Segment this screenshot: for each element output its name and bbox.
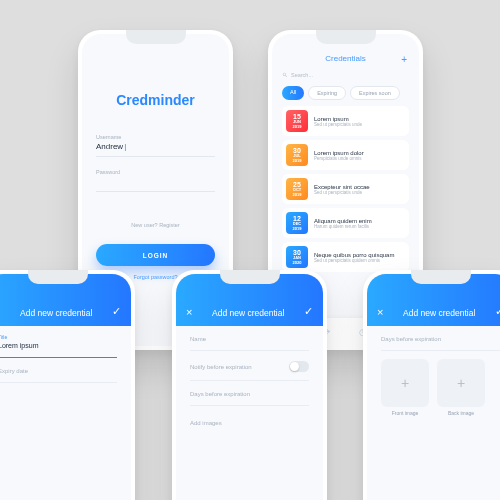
credential-list: 15JUN2019Lorem ipsumSed ut perspiciatis … (272, 106, 419, 272)
date-badge: 30JUL2019 (286, 144, 308, 166)
back-image-label: Back image (437, 410, 485, 416)
page-title: Add new credential (403, 308, 475, 318)
chip-expires-soon[interactable]: Expires soon (350, 86, 400, 100)
add-icon[interactable]: + (401, 54, 407, 65)
confirm-icon[interactable]: ✓ (495, 305, 500, 318)
close-icon[interactable]: × (186, 306, 192, 318)
chip-expiring[interactable]: Expiring (308, 86, 346, 100)
notify-toggle-row: Notify before expiration (190, 361, 309, 381)
notify-toggle[interactable] (289, 361, 309, 372)
close-icon[interactable]: × (377, 306, 383, 318)
list-item[interactable]: 30JUL2019Lorem ipsum dolorPerspiciatis u… (282, 140, 409, 170)
confirm-icon[interactable]: ✓ (112, 305, 121, 318)
username-input[interactable]: Andrew (96, 142, 215, 157)
page-title: Add new credential (212, 308, 284, 318)
login-button[interactable]: LOGIN (96, 244, 215, 266)
date-badge: 15JUN2019 (286, 110, 308, 132)
date-badge: 12DEC2019 (286, 212, 308, 234)
confirm-icon[interactable]: ✓ (304, 305, 313, 318)
search-icon (282, 72, 288, 78)
days-field[interactable]: Days before expiration (381, 336, 500, 351)
date-badge: 25OCT2019 (286, 178, 308, 200)
list-item[interactable]: 25OCT2019Excepteur sint occaeSed ut pers… (282, 174, 409, 204)
back-image-slot[interactable]: + (437, 359, 485, 407)
front-image-label: Front image (381, 410, 429, 416)
phone-add-credential-3: × Add new credential ✓ Days before expir… (363, 270, 500, 500)
date-badge: 30JAN2020 (286, 246, 308, 268)
filter-chips: All Expiring Expires soon (282, 86, 409, 100)
list-item[interactable]: 12DEC2019Aliquam quidem enimHarum quidem… (282, 208, 409, 238)
phone-add-credential-1: × Add new credential ✓ Title Lorem ipsum… (0, 270, 135, 500)
expiry-date-field[interactable]: Expiry date (0, 368, 117, 383)
register-link[interactable]: New user? Register (96, 222, 215, 228)
add-images-link[interactable]: Add images (190, 420, 309, 426)
list-item[interactable]: 30JAN2020Neque quibus porro quisquamSed … (282, 242, 409, 272)
password-label: Password (96, 169, 215, 175)
username-label: Username (96, 134, 215, 140)
chip-all[interactable]: All (282, 86, 304, 100)
front-image-slot[interactable]: + (381, 359, 429, 407)
list-item[interactable]: 15JUN2019Lorem ipsumSed ut perspiciatis … (282, 106, 409, 136)
name-field[interactable]: Name (190, 336, 309, 351)
phone-add-credential-2: × Add new credential ✓ Name Notify befor… (172, 270, 327, 500)
password-input[interactable] (96, 177, 215, 192)
page-title: Credentials + (272, 34, 419, 67)
title-input[interactable]: Lorem ipsum (0, 342, 117, 358)
days-field[interactable]: Days before expiration (190, 391, 309, 406)
app-brand: Credminder (96, 92, 215, 108)
search-input[interactable]: Search... (282, 67, 409, 80)
page-title: Add new credential (20, 308, 92, 318)
title-field-label: Title (0, 334, 117, 342)
